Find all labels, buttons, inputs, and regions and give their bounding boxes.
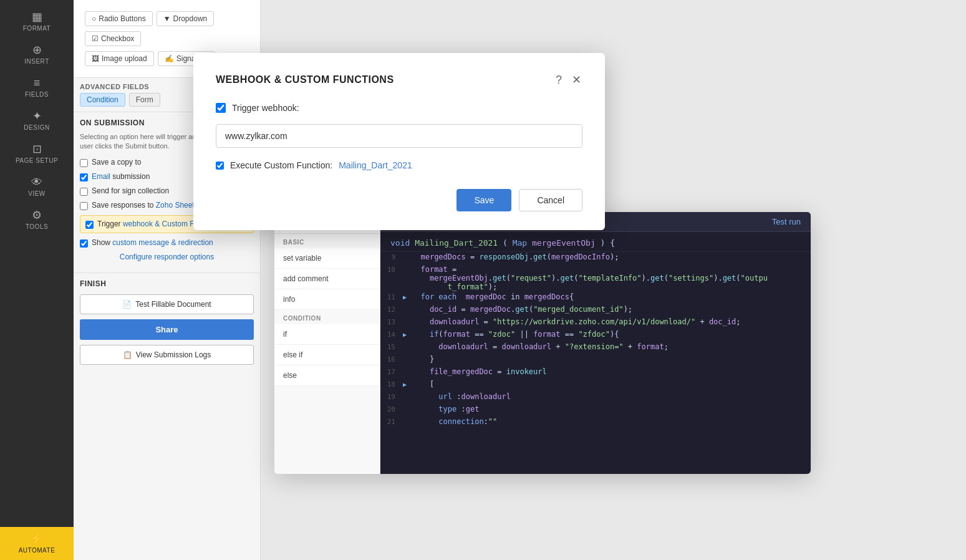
execute-function-row: Execute Custom Function: Mailing_Dart_20… [216,160,582,170]
test-fillable-btn[interactable]: 📄 Test Fillable Document [80,294,254,314]
condition-section-label: CONDITION [274,310,380,324]
finish-title: FINISH [80,279,254,288]
code-line-21: 21 connection:"" [380,417,811,429]
sidebar-item-insert[interactable]: ⊕ INSERT [0,38,74,71]
trigger-checkbox[interactable] [216,103,226,113]
checkbox-email-label: Email submission [92,172,150,181]
tools-icon: ⚙ [32,210,42,221]
field-chip-radio[interactable]: ○ Radio Buttons [85,11,153,26]
modal-header-icons: ? ✕ [554,72,582,88]
checkbox-sign-label: Send for sign collection [92,186,169,195]
email-link[interactable]: Email [92,172,110,181]
checkbox-sign-input[interactable] [80,188,88,196]
sidebar-label-fields: FIELDS [25,91,49,98]
checkbox-save-copy-input[interactable] [80,159,88,167]
modal-title: WEBHOOK & CUSTOM FUNCTIONS [216,74,394,85]
sidebar-label-format: FORMAT [23,25,51,32]
checkbox-custom-msg[interactable]: Show custom message & redirection [80,238,254,248]
configure-responder-link[interactable]: Configure responder options [80,253,254,261]
checkbox-custom-msg-label: Show custom message & redirection [92,238,213,247]
adv-tag-form[interactable]: Form [129,93,160,107]
test-icon: 📄 [122,300,132,309]
test-run-btn[interactable]: Test run [772,217,801,226]
adv-tag-condition[interactable]: Condition [80,93,125,107]
sidebar-label-pagesetup: PAGE SETUP [16,157,58,164]
custom-msg-link[interactable]: custom message & redirection [112,238,213,247]
code-line-20: 20 type :get [380,404,811,417]
view-logs-btn[interactable]: 📋 View Submission Logs [80,345,254,365]
automate-icon: ⚡ [30,533,44,544]
design-icon: ✦ [32,110,42,122]
modal-help-btn[interactable]: ? [554,72,563,88]
sidebar-label-insert: INSERT [24,58,49,65]
highlighted-checkbox[interactable] [85,221,94,229]
sidebar-item-format[interactable]: ▦ FORMAT [0,5,74,38]
sidebar-label-automate: AUTOMATE [19,547,56,554]
dropdown-icon: ▼ [163,14,171,23]
code-line-10: 10 format = mergeEventObj.get("request")… [380,264,811,292]
fields-icon: ≡ [34,77,41,89]
code-block-if[interactable]: if [274,324,380,345]
code-lines: 9 mergedDocs = responseObj.get(mergedDoc… [380,252,811,429]
execute-checkbox[interactable] [216,162,224,170]
trigger-webhook-row: Trigger webhook: [216,103,582,113]
sidebar-item-view[interactable]: 👁 VIEW [0,170,74,203]
code-sidebar: Mailing_Dart_2021 ✏ BASIC set variable a… [274,212,380,474]
zohosheet-link[interactable]: Zoho Sheet [156,201,195,210]
code-line-12: 12 doc_id = mergedDoc.get("merged_docume… [380,304,811,317]
sidebar-item-tools[interactable]: ⚙ TOOLS [0,203,74,236]
sidebar-label-design: DESIGN [24,124,49,131]
code-block-info[interactable]: info [274,289,380,310]
sidebar-label-tools: TOOLS [26,223,48,230]
code-line-13: 13 downloadurl = "https://workdrive.zoho… [380,317,811,329]
sidebar-item-pagesetup[interactable]: ⊡ PAGE SETUP [0,137,74,170]
field-chip-dropdown[interactable]: ▼ Dropdown [157,11,215,26]
code-line-16: 16 } [380,354,811,367]
checkbox-custom-msg-input[interactable] [80,239,88,248]
format-icon: ▦ [32,11,42,22]
radio-icon: ○ [92,14,96,23]
code-line-18: 18 ▶ [ [380,379,811,392]
top-field-row: ○ Radio Buttons ▼ Dropdown [80,6,254,31]
field-chip-imageupload[interactable]: 🖼 Image upload [85,51,154,66]
function-link[interactable]: Mailing_Dart_2021 [339,160,412,170]
modal-cancel-btn[interactable]: Cancel [519,189,582,211]
sidebar-item-design[interactable]: ✦ DESIGN [0,104,74,137]
modal-header: WEBHOOK & CUSTOM FUNCTIONS ? ✕ [216,72,582,88]
basic-section-label: BASIC [274,234,380,248]
code-block-else[interactable]: else [274,365,380,386]
code-panel: Mailing_Dart_2021 ✏ BASIC set variable a… [274,212,811,474]
modal-close-btn[interactable]: ✕ [571,72,582,88]
pagesetup-icon: ⊡ [32,143,42,155]
code-main: Test run void Mailing_Dart_2021 ( Map me… [380,212,811,474]
checkbox-email-input[interactable] [80,173,88,181]
sidebar-item-fields[interactable]: ≡ FIELDS [0,71,74,104]
checkbox-zoho-label: Save responses to Zoho Sheet [92,201,195,210]
checkbox-icon: ☑ [92,34,99,43]
code-line-11: 11 ▶ for each mergedDoc in mergedDocs{ [380,292,811,304]
checkbox-save-copy-label: Save a copy to [92,158,141,167]
mid-field-row: ☑ Checkbox [80,31,254,51]
modal-buttons: Save Cancel [216,189,582,211]
code-signature: void Mailing_Dart_2021 ( Map mergeEventO… [380,232,811,252]
code-block-set-variable[interactable]: set variable [274,248,380,269]
code-area[interactable]: void Mailing_Dart_2021 ( Map mergeEventO… [380,232,811,474]
sidebar-item-automate[interactable]: ⚡ AUTOMATE [0,527,74,560]
signature-icon: ✍ [165,54,174,63]
code-line-9: 9 mergedDocs = responseObj.get(mergedDoc… [380,252,811,264]
imageupload-icon: 🖼 [92,54,99,63]
code-line-14: 14 ▶ if(format == "zdoc" || format == "z… [380,329,811,342]
code-block-add-comment[interactable]: add comment [274,269,380,289]
checkbox-zoho-input[interactable] [80,202,88,210]
modal-save-btn[interactable]: Save [456,189,511,211]
view-icon: 👁 [31,176,42,188]
field-chip-checkbox[interactable]: ☑ Checkbox [85,31,141,46]
logs-icon: 📋 [123,350,132,359]
code-block-elseif[interactable]: else if [274,345,380,365]
insert-icon: ⊕ [32,44,42,56]
webhook-url-input[interactable] [216,124,582,148]
share-btn[interactable]: Share [80,319,254,340]
trigger-label: Trigger webhook: [232,103,299,113]
webhook-modal: WEBHOOK & CUSTOM FUNCTIONS ? ✕ Trigger w… [193,53,605,230]
code-line-17: 17 file_mergedDoc = invokeurl [380,367,811,379]
